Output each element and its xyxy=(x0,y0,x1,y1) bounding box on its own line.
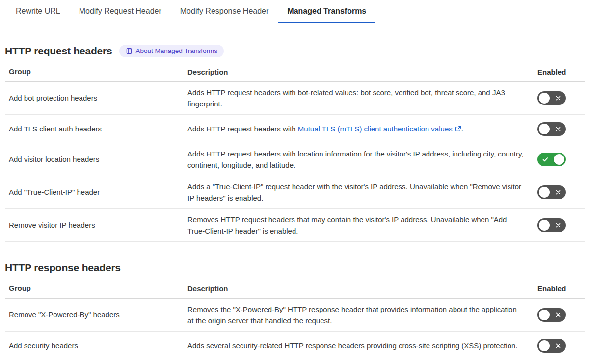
toggle-switch[interactable] xyxy=(537,122,566,136)
enabled-cell xyxy=(534,122,585,136)
description-doc-link[interactable]: Mutual TLS (mTLS) client authentication … xyxy=(298,125,461,133)
table-row: Add "True-Client-IP" header Adds a "True… xyxy=(5,176,585,209)
toggle-knob xyxy=(539,93,550,104)
table-body: Add bot protection headers Adds HTTP req… xyxy=(5,82,585,242)
description-cell: Removes HTTP request headers that may co… xyxy=(187,214,534,236)
toggle-switch[interactable] xyxy=(537,308,566,322)
description-link-text: Mutual TLS (mTLS) client authentication … xyxy=(298,125,453,133)
column-header-enabled-label: Enabled xyxy=(537,68,566,76)
tab-modify-request-header[interactable]: Modify Request Header xyxy=(70,0,170,23)
toggle-switch[interactable] xyxy=(537,185,566,199)
enabled-cell xyxy=(534,153,585,166)
description-cell: Adds HTTP request headers with location … xyxy=(187,148,534,171)
group-cell: Add visitor location headers xyxy=(9,154,187,165)
x-icon xyxy=(555,222,562,229)
group-cell: Add bot protection headers xyxy=(9,93,187,104)
tab-modify-response-header[interactable]: Modify Response Header xyxy=(171,0,278,23)
toggle-switch[interactable] xyxy=(537,339,566,353)
column-header-enabled: Enabled xyxy=(534,283,585,294)
toggle-knob xyxy=(539,187,550,198)
description-cell: Adds HTTP request headers with Mutual TL… xyxy=(187,123,534,134)
x-icon xyxy=(555,95,562,102)
table-row: Remove "X-Powered-By" headers Removes th… xyxy=(5,299,585,332)
enabled-cell xyxy=(534,339,585,353)
column-header-description: Description xyxy=(187,66,534,78)
tab-managed-transforms[interactable]: Managed Transforms xyxy=(278,0,375,23)
section-title: HTTP request headers xyxy=(5,45,112,57)
section-head: HTTP response headers xyxy=(5,261,585,274)
enabled-cell xyxy=(534,308,585,322)
http-response-headers-section: HTTP response headers Group Description … xyxy=(5,261,585,360)
table-row: Add TLS client auth headers Adds HTTP re… xyxy=(5,115,585,143)
description-text: . xyxy=(461,125,463,133)
column-header-enabled: Enabled xyxy=(534,66,585,78)
description-text: Removes the "X-Powered-By" HTTP response… xyxy=(187,305,517,325)
x-icon xyxy=(555,189,562,196)
description-text: Adds HTTP request headers with location … xyxy=(187,150,524,169)
enabled-cell xyxy=(534,91,585,105)
table-body: Remove "X-Powered-By" headers Removes th… xyxy=(5,299,585,360)
description-cell: Adds a "True-Client-IP" request header w… xyxy=(187,181,534,204)
tab-label: Rewrite URL xyxy=(16,7,60,16)
description-text: Adds HTTP request headers with bot-relat… xyxy=(187,88,505,108)
description-cell: Adds HTTP request headers with bot-relat… xyxy=(187,87,534,109)
column-header-enabled-label: Enabled xyxy=(537,285,566,293)
external-link-icon xyxy=(455,126,461,132)
section-title: HTTP response headers xyxy=(5,261,121,274)
table-row: Add security headers Adds several securi… xyxy=(5,332,585,360)
tab-label: Managed Transforms xyxy=(287,7,366,16)
table-row: Remove visitor IP headers Removes HTTP r… xyxy=(5,209,585,242)
toggle-knob xyxy=(554,154,564,165)
enabled-cell xyxy=(534,185,585,199)
column-header-group: Group xyxy=(9,66,187,78)
column-header-description: Description xyxy=(187,283,534,294)
column-header-group: Group xyxy=(9,283,187,294)
table-header-row: Group Description Enabled xyxy=(5,281,585,299)
section-head: HTTP request headers About Managed Trans… xyxy=(5,45,585,57)
managed-transforms-page: Rewrite URL Modify Request Header Modify… xyxy=(0,0,589,364)
table-row: Add visitor location headers Adds HTTP r… xyxy=(5,143,585,176)
x-icon xyxy=(555,312,562,318)
table-header-row: Group Description Enabled xyxy=(5,64,585,82)
tab-rewrite-url[interactable]: Rewrite URL xyxy=(7,0,69,23)
description-text: Removes HTTP request headers that may co… xyxy=(187,215,507,235)
group-cell: Remove visitor IP headers xyxy=(9,220,187,231)
description-text: Adds HTTP request headers with xyxy=(187,125,298,133)
description-cell: Adds several security-related HTTP respo… xyxy=(187,340,534,351)
enabled-cell xyxy=(534,218,585,232)
toggle-knob xyxy=(539,310,550,320)
table-row: Add bot protection headers Adds HTTP req… xyxy=(5,82,585,115)
about-managed-transforms-badge[interactable]: About Managed Transforms xyxy=(119,45,224,57)
group-cell: Add "True-Client-IP" header xyxy=(9,187,187,198)
toggle-switch[interactable] xyxy=(537,218,566,232)
description-text: Adds several security-related HTTP respo… xyxy=(187,341,518,350)
x-icon xyxy=(555,126,562,132)
group-cell: Remove "X-Powered-By" headers xyxy=(9,310,187,320)
badge-label: About Managed Transforms xyxy=(136,47,218,55)
group-cell: Add security headers xyxy=(9,340,187,351)
book-icon xyxy=(126,48,133,54)
toggle-switch[interactable] xyxy=(537,153,566,166)
group-cell: Add TLS client auth headers xyxy=(9,124,187,134)
description-cell: Removes the "X-Powered-By" HTTP response… xyxy=(187,304,534,326)
description-text: Adds a "True-Client-IP" request header w… xyxy=(187,182,521,202)
tab-label: Modify Request Header xyxy=(79,7,161,16)
http-request-headers-section: HTTP request headers About Managed Trans… xyxy=(5,45,585,242)
main: HTTP request headers About Managed Trans… xyxy=(0,45,589,360)
toggle-knob xyxy=(539,124,550,134)
toggle-knob xyxy=(539,340,550,351)
tab-bar: Rewrite URL Modify Request Header Modify… xyxy=(0,0,589,23)
toggle-switch[interactable] xyxy=(537,91,566,105)
check-icon xyxy=(542,156,549,163)
x-icon xyxy=(555,342,562,349)
tab-label: Modify Response Header xyxy=(180,7,269,16)
toggle-knob xyxy=(539,220,550,231)
